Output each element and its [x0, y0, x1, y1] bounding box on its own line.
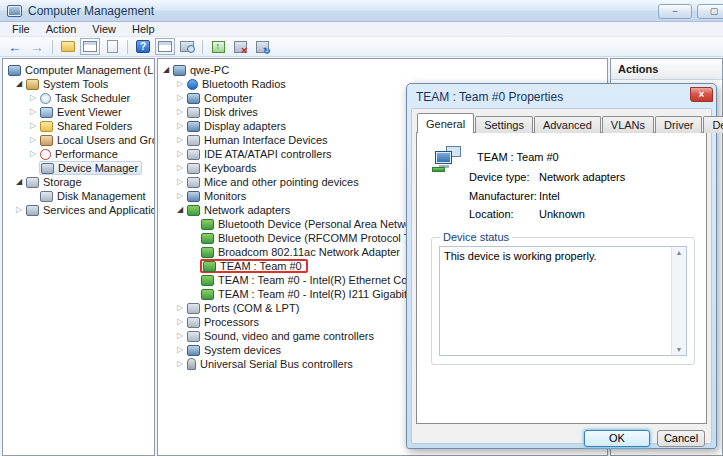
tree-expander-icon[interactable]: ▷	[174, 77, 186, 91]
cancel-button[interactable]: Cancel	[657, 430, 705, 447]
tab-general[interactable]: General	[417, 113, 474, 133]
tree-expander-icon[interactable]: ▷	[174, 133, 186, 147]
tree-item-event-viewer[interactable]: ▷Event Viewer	[3, 105, 154, 119]
menu-action[interactable]: Action	[38, 22, 85, 37]
show-actions-pane-button[interactable]	[155, 38, 175, 56]
field-label: Location:	[469, 208, 539, 220]
tree-item-qwe-pc[interactable]: ◢qwe-PC	[158, 63, 607, 77]
tree-item-content: Shared Folders	[39, 119, 135, 133]
navigate-back-button[interactable]: ←	[5, 38, 25, 56]
tree-item-content: IDE ATA/ATAPI controllers	[186, 147, 335, 161]
tree-expander-icon[interactable]: ▷	[27, 105, 39, 119]
show-console-tree-button[interactable]	[80, 38, 100, 56]
tree-expander-icon[interactable]: ◢	[174, 203, 186, 217]
tree-item-content: Display adapters	[186, 119, 289, 133]
maximize-button[interactable]: ▢	[697, 4, 723, 19]
scan-hardware-changes-button[interactable]	[252, 38, 272, 56]
tree-expander-icon[interactable]: ▷	[174, 161, 186, 175]
scan-button[interactable]	[177, 38, 197, 56]
properties-doc-button[interactable]	[102, 38, 122, 56]
tree-expander-icon[interactable]: ▷	[27, 91, 39, 105]
tree-item-label: System Tools	[39, 78, 108, 90]
tree-item-content: Human Interface Devices	[186, 133, 331, 147]
tree-item-content: Device Manager	[39, 161, 142, 175]
tree-item-computer-management-local[interactable]: Computer Management (Local)	[3, 63, 154, 77]
tree-item-task-scheduler[interactable]: ▷Task Scheduler	[3, 91, 154, 105]
tree-item-label: Display adapters	[200, 120, 286, 132]
device-status-box[interactable]: This device is working properly. ▲ ▼	[439, 246, 687, 356]
network-adapter-icon	[431, 145, 467, 173]
ok-button[interactable]: OK	[584, 430, 650, 447]
tree-item-device-manager[interactable]: Device Manager	[3, 161, 154, 175]
event-icon	[40, 107, 53, 118]
tree-expander-icon[interactable]: ▷	[174, 175, 186, 189]
devmgr-icon	[41, 163, 54, 174]
menu-file[interactable]: File	[4, 22, 38, 37]
tree-expander-icon[interactable]: ▷	[174, 119, 186, 133]
tab-vlans[interactable]: VLANs	[602, 116, 654, 133]
tree-expander-icon[interactable]: ▷	[174, 301, 186, 315]
cpu-icon	[187, 317, 200, 328]
tree-expander-icon[interactable]: ◢	[13, 77, 25, 91]
scroll-up-icon[interactable]: ▲	[676, 249, 683, 256]
tree-item-label: Network adapters	[200, 204, 290, 216]
tree-expander-icon[interactable]: ▷	[27, 133, 39, 147]
dialog-close-button[interactable]: ×	[690, 87, 713, 102]
help-button[interactable]: ?	[133, 38, 153, 56]
status-scrollbar[interactable]: ▲ ▼	[671, 247, 686, 355]
tree-item-label: Event Viewer	[53, 106, 122, 118]
tree-item-system-tools[interactable]: ◢System Tools	[3, 77, 154, 91]
tree-expander-icon[interactable]: ▷	[174, 147, 186, 161]
computer-icon	[8, 65, 21, 76]
tree-item-shared-folders[interactable]: ▷Shared Folders	[3, 119, 154, 133]
scroll-down-icon[interactable]: ▼	[676, 346, 683, 353]
tree-item-content: Mice and other pointing devices	[186, 175, 362, 189]
minimize-button[interactable]: –	[658, 4, 692, 19]
tab-details[interactable]: Details	[703, 116, 723, 133]
tree-expander-icon[interactable]: ▷	[174, 357, 186, 371]
tree-expander-icon[interactable]: ▷	[174, 315, 186, 329]
tree-item-disk-management[interactable]: Disk Management	[3, 189, 154, 203]
tree-item-label: Broadcom 802.11ac Network Adapter	[214, 246, 400, 258]
tree-item-label: Device Manager	[54, 162, 138, 174]
tree-item-content: Services and Applications	[25, 203, 155, 217]
help-icon: ?	[136, 40, 150, 53]
tree-expander-icon[interactable]: ▷	[27, 119, 39, 133]
tree-expander-icon[interactable]: ▷	[174, 329, 186, 343]
tree-item-services-and-applications[interactable]: ▷Services and Applications	[3, 203, 154, 217]
tree-expander-icon[interactable]: ▷	[27, 147, 39, 161]
tree-item-content: Bluetooth Device (RFCOMM Protocol TDI)	[200, 231, 428, 245]
dialog-tab-strip: GeneralSettingsAdvancedVLANsDriverDetail…	[417, 113, 723, 133]
tab-settings[interactable]: Settings	[475, 116, 533, 133]
tree-expander-icon[interactable]: ▷	[174, 91, 186, 105]
tree-expander-icon[interactable]: ▷	[13, 203, 25, 217]
menu-view[interactable]: View	[84, 22, 124, 37]
tab-advanced[interactable]: Advanced	[534, 116, 601, 133]
tree-item-content: Task Scheduler	[39, 91, 133, 105]
uninstall-device-button[interactable]	[230, 38, 250, 56]
usb-icon	[187, 358, 196, 370]
tree-item-content: Local Users and Groups	[39, 133, 155, 147]
monitor-icon	[187, 191, 200, 202]
tree-item-content: System devices	[186, 343, 284, 357]
bluetooth-icon	[187, 79, 198, 90]
tree-item-content: Broadcom 802.11ac Network Adapter	[200, 245, 403, 259]
up-one-level-button[interactable]	[58, 38, 78, 56]
tree-expander-icon[interactable]: ▷	[174, 343, 186, 357]
tree-item-label: IDE ATA/ATAPI controllers	[200, 148, 332, 160]
menu-help[interactable]: Help	[124, 22, 163, 37]
tree-item-content: Network adapters	[186, 203, 293, 217]
tree-expander-icon[interactable]: ◢	[13, 175, 25, 189]
tree-expander-icon[interactable]: ◢	[160, 63, 172, 77]
tree-expander-icon[interactable]: ▷	[174, 189, 186, 203]
tree-expander-icon[interactable]: ▷	[174, 105, 186, 119]
tree-item-storage[interactable]: ◢Storage	[3, 175, 154, 189]
tree-item-performance[interactable]: ▷Performance	[3, 147, 154, 161]
tree-item-local-users-and-groups[interactable]: ▷Local Users and Groups	[3, 133, 154, 147]
update-driver-button[interactable]	[208, 38, 228, 56]
field-label: Manufacturer:	[469, 190, 539, 202]
tree-item-content: Disk drives	[186, 105, 261, 119]
tab-driver[interactable]: Driver	[655, 116, 702, 133]
navigate-forward-button[interactable]: →	[27, 38, 47, 56]
shared-icon	[40, 121, 53, 132]
